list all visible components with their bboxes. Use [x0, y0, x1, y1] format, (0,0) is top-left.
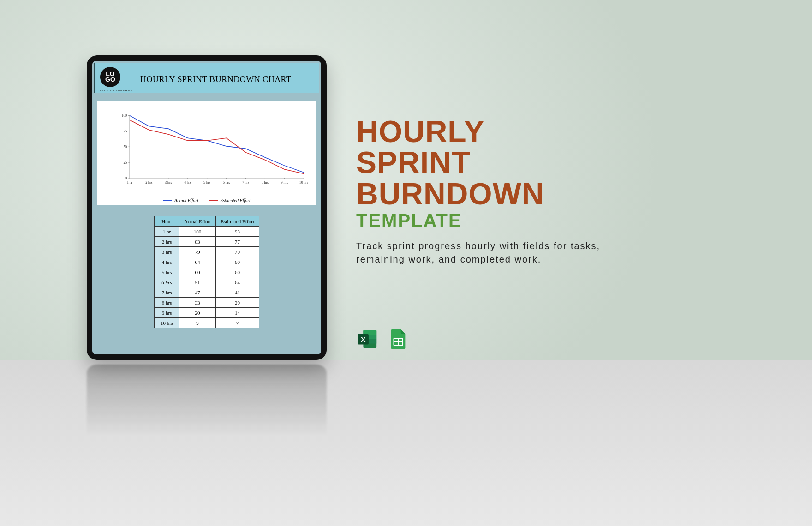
app-icons-row: X	[357, 329, 409, 350]
cell-hour: 3 hrs	[155, 247, 179, 257]
svg-text:25: 25	[123, 161, 127, 165]
svg-text:2 hrs: 2 hrs	[145, 180, 152, 185]
cell-estimated: 93	[216, 227, 259, 237]
col-header-actual: Actual Effort	[179, 216, 216, 227]
promo-headline: HOURLYSPRINTBURNDOWN	[356, 116, 647, 209]
svg-text:10 hrs: 10 hrs	[299, 180, 308, 185]
table-row: 7 hrs4741	[155, 287, 259, 298]
cell-actual: 79	[179, 247, 216, 257]
cell-actual: 9	[179, 318, 216, 328]
svg-text:7 hrs: 7 hrs	[242, 180, 249, 185]
svg-text:75: 75	[123, 129, 127, 133]
legend-swatch-actual	[163, 200, 172, 201]
cell-estimated: 29	[216, 298, 259, 308]
cell-actual: 20	[179, 308, 216, 318]
svg-text:8 hrs: 8 hrs	[262, 180, 269, 185]
cell-hour: 9 hrs	[155, 308, 179, 318]
table-row: 6 hrs5164	[155, 277, 259, 287]
logo-line-2: GO	[105, 77, 115, 83]
cell-estimated: 41	[216, 287, 259, 298]
table-row: 4 hrs6460	[155, 257, 259, 267]
cell-estimated: 14	[216, 308, 259, 318]
cell-hour: 1 hr	[155, 227, 179, 237]
cell-actual: 60	[179, 267, 216, 277]
table-row: 9 hrs2014	[155, 308, 259, 318]
cell-hour: 4 hrs	[155, 257, 179, 267]
cell-actual: 51	[179, 277, 216, 287]
cell-actual: 47	[179, 287, 216, 298]
burndown-chart: 02550751001 hr2 hrs3 hrs4 hrs5 hrs6 hrs7…	[97, 101, 316, 205]
table-row: 2 hrs8377	[155, 237, 259, 247]
document-screen: LO GO LOGO COMPANY HOURLY SPRINT BURNDOW…	[92, 61, 321, 354]
chart-svg: 02550751001 hr2 hrs3 hrs4 hrs5 hrs6 hrs7…	[116, 109, 308, 191]
svg-text:9 hrs: 9 hrs	[281, 180, 288, 185]
cell-actual: 33	[179, 298, 216, 308]
cell-hour: 6 hrs	[155, 277, 179, 287]
cell-actual: 64	[179, 257, 216, 267]
cell-estimated: 70	[216, 247, 259, 257]
svg-text:50: 50	[123, 145, 127, 149]
cell-estimated: 64	[216, 277, 259, 287]
table-row: 1 hr10093	[155, 227, 259, 237]
svg-text:X: X	[361, 335, 366, 343]
logo-block: LO GO LOGO COMPANY	[100, 67, 134, 92]
legend-swatch-estimated	[209, 200, 218, 201]
svg-text:100: 100	[122, 114, 127, 118]
cell-estimated: 60	[216, 257, 259, 267]
svg-text:0: 0	[125, 176, 127, 180]
logo-badge: LO GO	[100, 67, 120, 87]
google-sheets-icon	[388, 329, 409, 350]
cell-actual: 83	[179, 237, 216, 247]
table-row: 8 hrs3329	[155, 298, 259, 308]
cell-hour: 2 hrs	[155, 237, 179, 247]
svg-text:6 hrs: 6 hrs	[223, 180, 230, 185]
promo-copy: HOURLYSPRINTBURNDOWN TEMPLATE Track spri…	[356, 116, 647, 266]
table-row: 5 hrs6060	[155, 267, 259, 277]
svg-text:1 hr: 1 hr	[127, 180, 133, 185]
legend-item-actual: Actual Effort	[163, 198, 198, 203]
chart-legend: Actual Effort Estimated Effort	[97, 198, 316, 203]
legend-label-estimated: Estimated Effort	[220, 198, 251, 203]
table-header-row: Hour Actual Effort Estimated Effort	[155, 216, 259, 227]
document-title: HOURLY SPRINT BURNDOWN CHART	[140, 75, 292, 84]
cell-hour: 8 hrs	[155, 298, 179, 308]
tablet-device: LO GO LOGO COMPANY HOURLY SPRINT BURNDOW…	[87, 55, 327, 360]
document-header: LO GO LOGO COMPANY HOURLY SPRINT BURNDOW…	[94, 63, 319, 93]
burndown-data-table: Hour Actual Effort Estimated Effort 1 hr…	[154, 216, 259, 328]
tablet-reflection	[87, 365, 327, 466]
cell-estimated: 60	[216, 267, 259, 277]
cell-estimated: 77	[216, 237, 259, 247]
table-row: 3 hrs7970	[155, 247, 259, 257]
svg-text:5 hrs: 5 hrs	[203, 180, 210, 185]
table-row: 10 hrs97	[155, 318, 259, 328]
cell-hour: 10 hrs	[155, 318, 179, 328]
logo-subtext: LOGO COMPANY	[100, 89, 134, 92]
cell-actual: 100	[179, 227, 216, 237]
promo-subhead: TEMPLATE	[356, 210, 647, 231]
col-header-estimated: Estimated Effort	[216, 216, 259, 227]
svg-text:4 hrs: 4 hrs	[184, 180, 191, 185]
legend-label-actual: Actual Effort	[174, 198, 198, 203]
cell-estimated: 7	[216, 318, 259, 328]
svg-text:3 hrs: 3 hrs	[165, 180, 172, 185]
col-header-hour: Hour	[155, 216, 179, 227]
legend-item-estimated: Estimated Effort	[209, 198, 251, 203]
cell-hour: 5 hrs	[155, 267, 179, 277]
cell-hour: 7 hrs	[155, 287, 179, 298]
promo-body: Track sprint progress hourly with fields…	[356, 239, 615, 266]
excel-icon: X	[357, 329, 378, 350]
